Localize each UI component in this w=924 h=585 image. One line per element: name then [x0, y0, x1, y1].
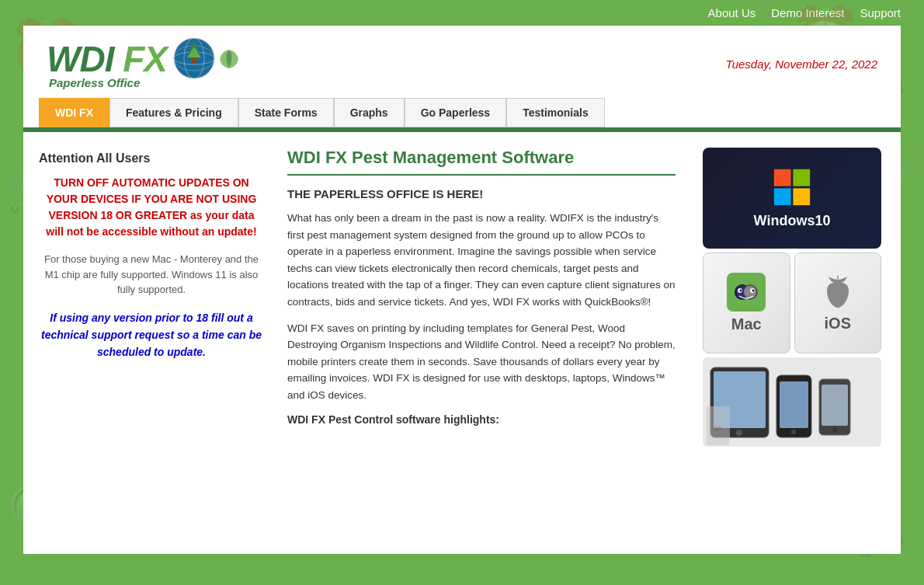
top-bar: About Us Demo Interest Support — [0, 0, 924, 26]
windows-badge: Windows10 — [703, 148, 881, 249]
right-images: Windows10 — [699, 148, 885, 447]
date-display: Tuesday, November 22, 2022 — [726, 57, 877, 71]
nav-item-state-forms[interactable]: State Forms — [238, 98, 334, 127]
main-para-2: WDI FX saves on printing by including te… — [287, 320, 676, 404]
attention-warning: TURN OFF AUTOMATIC UPDATES ON YOUR DEVIC… — [39, 175, 264, 240]
header: WDI FX — [23, 26, 901, 98]
logo-text: WDI FX — [47, 38, 167, 80]
main-title: WDI FX Pest Management Software — [287, 148, 676, 176]
main-container: WDI FX — [23, 26, 901, 554]
svg-rect-24 — [780, 381, 808, 428]
svg-point-22 — [736, 430, 742, 436]
logo-globe-icon — [173, 37, 216, 80]
nav-bar: WDI FX Features & Pricing State Forms Gr… — [23, 98, 901, 130]
main-para-1: What has only been a dream in the past i… — [287, 210, 676, 311]
svg-point-15 — [744, 286, 756, 298]
windows-logo-icon — [773, 168, 811, 207]
highlights-title: WDI FX Pest Control software highlights: — [287, 413, 676, 426]
nav-item-go-paperless[interactable]: Go Paperless — [405, 98, 507, 127]
demo-interest-link[interactable]: Demo Interest — [771, 6, 844, 19]
svg-rect-9 — [774, 188, 791, 205]
support-link[interactable]: Support — [860, 6, 901, 19]
left-sidebar: Attention All Users TURN OFF AUTOMATIC U… — [39, 148, 264, 447]
windows-label: Windows10 — [754, 213, 831, 229]
logo-leaf-icon — [217, 47, 241, 71]
svg-rect-8 — [793, 169, 810, 186]
svg-text:QR: QR — [715, 426, 723, 430]
nav-item-testimonials[interactable]: Testimonials — [506, 98, 605, 127]
attention-title: Attention All Users — [39, 151, 264, 165]
paperless-heading: THE PAPERLESS OFFICE IS HERE! — [287, 187, 676, 200]
svg-rect-7 — [774, 169, 791, 186]
devices-image: QR — [703, 357, 881, 447]
attention-box: Attention All Users TURN OFF AUTOMATIC U… — [39, 148, 264, 365]
about-us-link[interactable]: About Us — [708, 6, 756, 19]
svg-point-25 — [791, 430, 796, 434]
mac-note: For those buying a new Mac - Monterey an… — [39, 252, 264, 298]
content-area: Attention All Users TURN OFF AUTOMATIC U… — [23, 132, 901, 462]
ios-label: iOS — [825, 315, 851, 333]
logo: WDI FX — [47, 37, 241, 90]
svg-rect-10 — [793, 188, 810, 205]
mac-label: Mac — [731, 315, 762, 333]
svg-rect-6 — [192, 57, 196, 64]
support-note: If using any version prior to 18 fill ou… — [39, 309, 264, 361]
mac-ios-row: Mac iOS — [703, 252, 881, 353]
mac-badge: Mac — [703, 252, 790, 353]
mac-finder-icon — [727, 273, 766, 312]
svg-rect-27 — [822, 385, 848, 426]
logo-area: WDI FX — [47, 37, 241, 90]
ios-badge: iOS — [794, 252, 882, 353]
logo-subtitle: Paperless Office — [49, 76, 140, 90]
apple-logo-icon — [822, 273, 853, 311]
svg-point-28 — [832, 427, 837, 432]
nav-item-graphs[interactable]: Graphs — [334, 98, 405, 127]
svg-point-18 — [740, 290, 742, 292]
main-content: WDI FX Pest Management Software THE PAPE… — [280, 148, 683, 447]
svg-point-19 — [752, 290, 755, 292]
nav-item-features-pricing[interactable]: Features & Pricing — [109, 98, 238, 127]
nav-item-wdi-fx[interactable]: WDI FX — [39, 98, 109, 127]
